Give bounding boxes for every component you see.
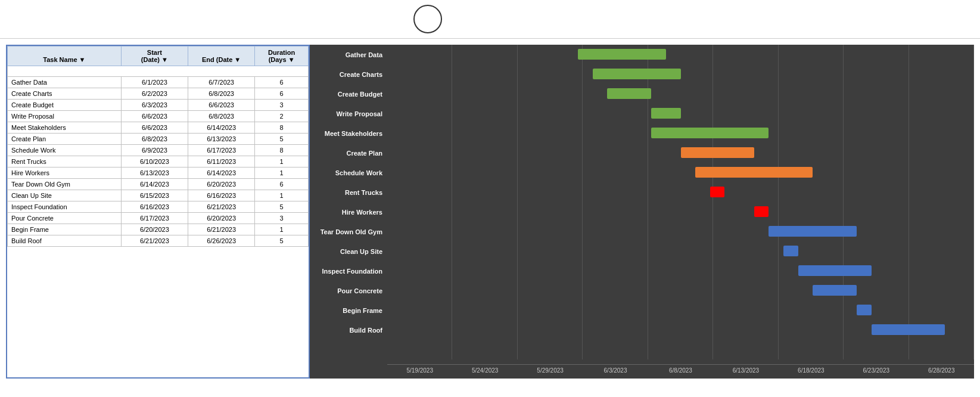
task-end: 6/14/2023	[188, 122, 254, 134]
task-end: 6/14/2023	[188, 168, 254, 179]
col-header-duration: Duration(Days ▼	[255, 46, 309, 66]
task-name: Write Proposal	[8, 111, 122, 122]
table-row: Gather Data 6/1/2023 6/7/2023 6	[8, 77, 309, 88]
chart-label: Begin Frame	[310, 300, 387, 320]
chart-label: Write Proposal	[310, 104, 387, 123]
task-duration: 8	[255, 122, 309, 134]
task-duration: 6	[255, 77, 309, 88]
task-start: 6/15/2023	[121, 190, 188, 201]
gantt-bar	[651, 108, 680, 119]
gantt-bar	[857, 305, 872, 315]
chart-label: Pour Concrete	[310, 281, 387, 300]
axis-label: 5/29/2023	[518, 364, 583, 374]
task-end: 6/8/2023	[188, 88, 254, 100]
task-start: 6/3/2023	[121, 100, 188, 111]
task-end: 6/21/2023	[188, 224, 254, 235]
task-start: 6/16/2023	[121, 201, 188, 213]
task-end: 6/26/2023	[188, 235, 254, 247]
task-start: 6/10/2023	[121, 156, 188, 168]
gantt-bar	[695, 167, 813, 178]
chart-label: Gather Data	[310, 45, 387, 64]
task-end: 6/20/2023	[188, 179, 254, 190]
task-start: 6/14/2023	[121, 179, 188, 190]
task-name: Inspect Foundation	[8, 201, 122, 213]
task-duration: 1	[255, 156, 309, 168]
task-end: 6/21/2023	[188, 201, 254, 213]
table-row: Clean Up Site 6/15/2023 6/16/2023 1	[8, 190, 309, 201]
table-row: Create Charts 6/2/2023 6/8/2023 6	[8, 88, 309, 100]
col-header-start: Start(Date) ▼	[121, 46, 188, 66]
chart-label: Hire Workers	[310, 202, 387, 222]
task-start: 6/9/2023	[121, 145, 188, 156]
gantt-chart: Gather DataCreate ChartsCreate BudgetWri…	[310, 45, 974, 379]
col-header-end: End (Date ▼	[188, 46, 254, 66]
task-start: 6/2/2023	[121, 88, 188, 100]
task-end: 6/11/2023	[188, 156, 254, 168]
axis-label: 6/8/2023	[648, 364, 713, 374]
axis-label: 6/28/2023	[909, 364, 974, 374]
task-name: Pour Concrete	[8, 213, 122, 224]
task-duration: 6	[255, 88, 309, 100]
chart-label: Create Plan	[310, 143, 387, 163]
gantt-bar	[798, 265, 872, 276]
gantt-bar	[813, 285, 857, 296]
axis-label: 5/24/2023	[452, 364, 517, 374]
task-duration: 8	[255, 145, 309, 156]
gantt-bar	[578, 49, 666, 60]
gantt-bar	[651, 128, 769, 138]
gantt-bar	[754, 206, 769, 217]
task-end: 6/17/2023	[188, 145, 254, 156]
axis-label: 5/19/2023	[387, 364, 452, 374]
task-start: 6/8/2023	[121, 134, 188, 145]
gantt-table: Task Name ▼ Start(Date) ▼ End (Date ▼ Du…	[6, 45, 310, 379]
task-name: Schedule Work	[8, 145, 122, 156]
chart-label: Clean Up Site	[310, 241, 387, 261]
task-name: Tear Down Old Gym	[8, 179, 122, 190]
table-row: Inspect Foundation 6/16/2023 6/21/2023 5	[8, 201, 309, 213]
task-duration: 5	[255, 134, 309, 145]
task-start: 6/13/2023	[121, 168, 188, 179]
table-row: Begin Frame 6/20/2023 6/21/2023 1	[8, 224, 309, 235]
table-row: Meet Stakeholders 6/6/2023 6/14/2023 8	[8, 122, 309, 134]
table-row: Hire Workers 6/13/2023 6/14/2023 1	[8, 168, 309, 179]
task-end: 6/20/2023	[188, 213, 254, 224]
chart-label: Rent Trucks	[310, 182, 387, 202]
chart-label: Inspect Foundation	[310, 261, 387, 281]
gantt-bar	[681, 147, 754, 158]
task-start: 6/6/2023	[121, 111, 188, 122]
task-name: Create Plan	[8, 134, 122, 145]
task-duration: 3	[255, 213, 309, 224]
chart-label: Create Budget	[310, 84, 387, 104]
task-name: Gather Data	[8, 77, 122, 88]
chart-label: Create Charts	[310, 64, 387, 84]
task-name: Hire Workers	[8, 168, 122, 179]
task-duration: 1	[255, 224, 309, 235]
task-name: Create Charts	[8, 88, 122, 100]
task-end: 6/6/2023	[188, 100, 254, 111]
gantt-bar	[710, 187, 725, 197]
table-row: Build Roof 6/21/2023 6/26/2023 5	[8, 235, 309, 247]
task-end: 6/16/2023	[188, 190, 254, 201]
task-name: Clean Up Site	[8, 190, 122, 201]
table-row: Schedule Work 6/9/2023 6/17/2023 8	[8, 145, 309, 156]
task-name: Create Budget	[8, 100, 122, 111]
task-name: Meet Stakeholders	[8, 122, 122, 134]
task-start: 6/6/2023	[121, 122, 188, 134]
task-name: Build Roof	[8, 235, 122, 247]
gantt-bar	[769, 226, 857, 237]
table-row: Pour Concrete 6/17/2023 6/20/2023 3	[8, 213, 309, 224]
task-duration: 5	[255, 201, 309, 213]
pm-logo	[413, 5, 442, 33]
chart-label: Tear Down Old Gym	[310, 222, 387, 241]
task-start: 6/20/2023	[121, 224, 188, 235]
task-start: 6/1/2023	[121, 77, 188, 88]
task-end: 6/7/2023	[188, 77, 254, 88]
task-end: 6/13/2023	[188, 134, 254, 145]
chart-label: Meet Stakeholders	[310, 123, 387, 143]
task-name: Begin Frame	[8, 224, 122, 235]
chart-label: Schedule Work	[310, 163, 387, 182]
task-duration: 6	[255, 179, 309, 190]
table-row: Create Budget 6/3/2023 6/6/2023 3	[8, 100, 309, 111]
task-start: 6/17/2023	[121, 213, 188, 224]
axis-label: 6/18/2023	[779, 364, 844, 374]
